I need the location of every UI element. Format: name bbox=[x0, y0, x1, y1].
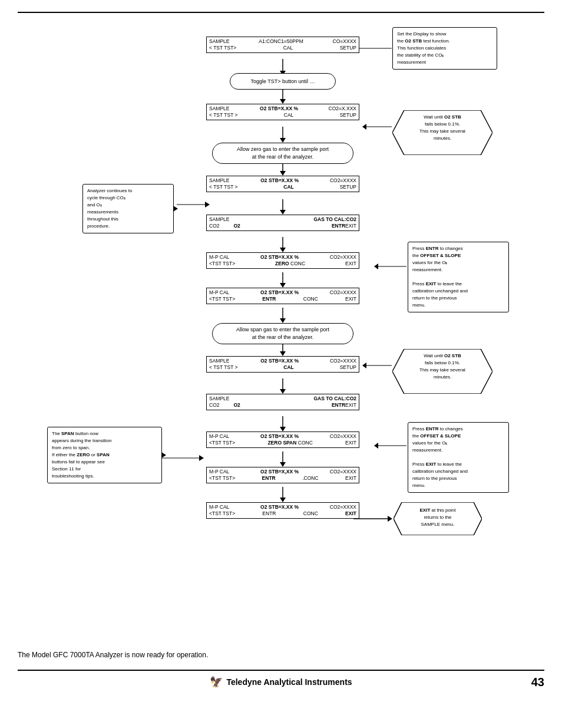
d3-sample: SAMPLE bbox=[209, 177, 230, 184]
page-number: 43 bbox=[531, 676, 544, 689]
d6-mpcal: M-P CAL bbox=[209, 289, 229, 296]
d8-sample: SAMPLE bbox=[209, 396, 230, 402]
d11-exit: EXIT bbox=[345, 510, 356, 517]
allow-zero-gas-box: Allow zero gas to enter the sample porta… bbox=[212, 143, 353, 164]
d6-entr: ENTR bbox=[262, 296, 276, 302]
d5-zero: ZERO CONC bbox=[275, 261, 305, 267]
allow-zero-gas-label: Allow zero gas to enter the sample porta… bbox=[237, 146, 329, 160]
d6-exit: EXIT bbox=[345, 296, 356, 302]
d3-setup: SETUP bbox=[340, 184, 356, 190]
main-content: SAMPLE A1:CONC1=50PPM CO=XXXX < TST TST>… bbox=[0, 13, 562, 670]
d9-stb: O2 STB=X.XX % bbox=[260, 433, 299, 440]
d5-mpcal: M-P CAL bbox=[209, 254, 229, 261]
svg-marker-17 bbox=[280, 351, 286, 356]
d6-stb: O2 STB=X.XX % bbox=[260, 289, 299, 296]
diagram-area: SAMPLE A1:CONC1=50PPM CO=XXXX < TST TST>… bbox=[18, 19, 544, 644]
svg-marker-33 bbox=[362, 124, 366, 130]
display-6: M-P CAL O2 STB=X.XX % CO2=XXXX <TST TST>… bbox=[206, 288, 359, 304]
d2-sample: SAMPLE bbox=[209, 106, 230, 112]
d5-stb: O2 STB=X.XX % bbox=[260, 254, 299, 261]
allow-span-gas-box: Allow span gas to enter the sample porta… bbox=[212, 323, 353, 344]
d10-exit: EXIT bbox=[345, 475, 356, 482]
note-press-entr-1: Press ENTR to changesthe OFFSET & SLOPEv… bbox=[408, 242, 509, 312]
page-container: SAMPLE A1:CONC1=50PPM CO=XXXX < TST TST>… bbox=[0, 0, 562, 728]
d8-co2: CO2 bbox=[209, 402, 219, 409]
brand-icon: 🦅 bbox=[210, 676, 223, 689]
svg-marker-15 bbox=[280, 318, 286, 323]
d8-entr: ENTREXIT bbox=[332, 402, 356, 409]
footer: 🦅 Teledyne Analytical Instruments 43 bbox=[0, 671, 562, 693]
d2-setup: SETUP bbox=[340, 112, 356, 118]
wait-box-1-text: Wait until O2 STBfalls below 0.1%.This m… bbox=[405, 114, 480, 142]
d4-sample: SAMPLE bbox=[209, 216, 230, 223]
d10-conc: .CONC bbox=[302, 475, 318, 482]
svg-marker-39 bbox=[199, 455, 204, 461]
display-9: M-P CAL O2 STB=X.XX % CO2=XXXX <TST TST>… bbox=[206, 431, 359, 448]
brand-name: Teledyne Analytical Instruments bbox=[226, 677, 352, 687]
d2-cal: CAL bbox=[284, 112, 294, 118]
d6-co2: CO2=XXXX bbox=[330, 289, 356, 296]
d3-cal: CAL bbox=[283, 184, 293, 190]
svg-marker-19 bbox=[280, 389, 286, 394]
d7-cal: CAL bbox=[283, 364, 293, 371]
d4-co2: CO2 bbox=[209, 223, 219, 229]
d1-cal: CAL bbox=[283, 45, 293, 51]
svg-marker-27 bbox=[388, 516, 392, 522]
d1-sample: SAMPLE bbox=[209, 38, 230, 45]
svg-marker-7 bbox=[280, 171, 286, 176]
allow-span-gas-label: Allow span gas to enter the sample porta… bbox=[236, 326, 329, 341]
d9-zero-span: ZERO SPAN CONC bbox=[267, 440, 312, 446]
d3-co2: CO2=XXXX bbox=[330, 177, 356, 184]
note-set-display-text: Set the Display to showthe O2 STB test f… bbox=[397, 31, 450, 65]
d2-co2: CO2=X.XXX bbox=[329, 106, 356, 112]
svg-marker-41 bbox=[374, 443, 378, 449]
note-set-display: Set the Display to showthe O2 STB test f… bbox=[392, 27, 497, 70]
note-analyzer-cycles: Analyzer continues tocycle through CO₂an… bbox=[82, 184, 174, 233]
d1-tst: < TST TST> bbox=[209, 45, 236, 51]
d10-mpcal: M-P CAL bbox=[209, 469, 229, 475]
display-11: M-P CAL O2 STB=X.XX % CO2=XXXX <TST TST>… bbox=[206, 502, 359, 519]
d11-conc: CONC bbox=[303, 510, 318, 517]
svg-marker-5 bbox=[280, 138, 286, 143]
d7-tst: < TST TST > bbox=[209, 364, 238, 371]
d1-setup: SETUP bbox=[340, 45, 356, 51]
svg-marker-23 bbox=[280, 462, 286, 467]
d11-mpcal: M-P CAL bbox=[209, 504, 229, 510]
d11-entr: ENTR bbox=[262, 510, 276, 517]
svg-marker-13 bbox=[280, 283, 286, 288]
d5-tst: <TST TST> bbox=[209, 261, 235, 267]
d2-stb: O2 STB=X.XX % bbox=[260, 106, 298, 112]
d10-stb: O2 STB=X,XX % bbox=[260, 469, 299, 475]
wait-box-2-wrapper: Wait until O2 STBfalls below 0.1%.This m… bbox=[392, 349, 492, 394]
wait-box-2-text: Wait until O2 STBfalls below 0.1%.This m… bbox=[405, 353, 480, 381]
note-span-button: The SPAN button nowappears during the tr… bbox=[47, 427, 162, 483]
note-exit-wrapper: EXIT at this pointreturns to theSAMPLE m… bbox=[394, 502, 482, 535]
exit-note-text: EXIT at this pointreturns to theSAMPLE m… bbox=[403, 507, 472, 528]
d5-co2: CO2=XXXX bbox=[330, 254, 356, 261]
svg-marker-25 bbox=[280, 498, 286, 502]
display-1: SAMPLE A1:CONC1=50PPM CO=XXXX < TST TST>… bbox=[206, 37, 359, 53]
svg-marker-37 bbox=[362, 363, 366, 368]
display-5: M-P CAL O2 STB=X.XX % CO2=XXXX <TST TST>… bbox=[206, 252, 359, 269]
display-8: SAMPLE GAS TO CAL:CO2 CO2 O2 ENTREXIT bbox=[206, 394, 359, 410]
display-4: SAMPLE GAS TO CAL:CO2 CO2 O2 ENTREXIT bbox=[206, 215, 359, 231]
display-2: SAMPLE O2 STB=X.XX % CO2=X.XXX < TST TST… bbox=[206, 104, 359, 120]
d4-o2: O2 bbox=[233, 223, 240, 229]
d9-mpcal: M-P CAL bbox=[209, 433, 229, 440]
svg-marker-31 bbox=[205, 202, 210, 207]
display-10: M-P CAL O2 STB=X,XX % CO2=XXXX <TST TST>… bbox=[206, 467, 359, 483]
d10-tst: <TST TST> bbox=[209, 475, 235, 482]
d1-co: CO=XXXX bbox=[333, 38, 356, 45]
svg-marker-3 bbox=[280, 99, 286, 104]
d5-exit: EXIT bbox=[345, 261, 356, 267]
d7-setup: SETUP bbox=[340, 364, 356, 371]
toggle-tst-label: Toggle TST> button until … bbox=[250, 78, 315, 85]
d8-o2: O2 bbox=[233, 402, 240, 409]
d6-tst: <TST TST> bbox=[209, 296, 235, 302]
d3-tst: < TST TST > bbox=[209, 184, 238, 190]
svg-marker-35 bbox=[374, 263, 378, 269]
d7-stb: O2 STB=X.XX % bbox=[260, 358, 299, 364]
display-7: SAMPLE O2 STB=X.XX % CO2=XXXX < TST TST … bbox=[206, 356, 359, 373]
d2-tst: < TST TST > bbox=[209, 112, 238, 118]
d9-tst: <TST TST> bbox=[209, 440, 235, 446]
